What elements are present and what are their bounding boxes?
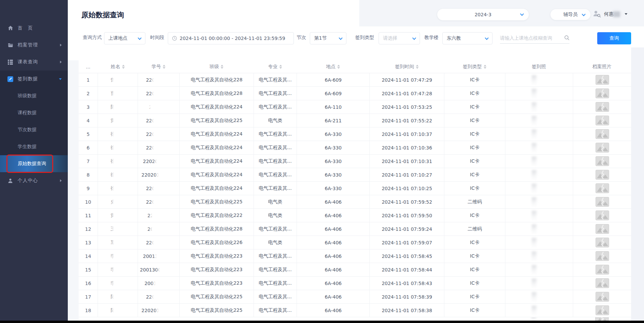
sign-photo-cell[interactable] xyxy=(505,141,573,154)
sidebar-subitem-course-data[interactable]: 课程数据 xyxy=(0,104,68,121)
class-cell: 电气工程及其自动化226 xyxy=(179,236,254,249)
sign-photo-cell[interactable] xyxy=(505,209,573,222)
sort-icon[interactable] xyxy=(337,65,340,69)
archive-photo-cell[interactable] xyxy=(573,222,631,236)
location-cell: 6A-110 xyxy=(297,100,369,114)
redacted-text xyxy=(154,199,171,205)
redacted-text xyxy=(154,145,171,150)
column-header-student-id[interactable]: 学号 xyxy=(138,64,179,70)
semester-select[interactable]: 2024-3 xyxy=(437,9,529,20)
class-cell: 电气工程及其自动化225 xyxy=(179,290,254,303)
sign-photo-cell[interactable] xyxy=(505,195,573,208)
time-range-input[interactable]: 2024-11-01 00:00:00 - 2024-11-01 23:59:5… xyxy=(168,32,294,44)
archive-photo-cell[interactable] xyxy=(573,249,631,263)
role-select[interactable]: 辅导员 xyxy=(550,9,590,20)
sidebar-item-label: 档案管理 xyxy=(18,42,60,48)
name-cell: 陈 xyxy=(98,100,138,114)
sort-icon[interactable] xyxy=(122,65,125,69)
sidebar-subitem-raw-data-query[interactable]: 原始数据查询 xyxy=(0,155,68,172)
archive-photo-cell[interactable] xyxy=(573,73,631,86)
sign-photo-cell[interactable] xyxy=(505,127,573,141)
right-gutter xyxy=(631,47,644,321)
column-header-class[interactable]: 班级 xyxy=(179,64,254,70)
archive-photo-cell[interactable] xyxy=(573,236,631,249)
archive-photo-cell[interactable] xyxy=(573,290,631,303)
user-search-icon xyxy=(592,9,601,19)
archive-photo-cell[interactable] xyxy=(573,168,631,181)
column-header-location[interactable]: 地点 xyxy=(297,64,369,70)
archive-photo-cell[interactable] xyxy=(573,304,631,317)
column-header-sign-time[interactable]: 签到时间 xyxy=(369,64,444,70)
sort-icon[interactable] xyxy=(279,65,282,69)
sign-photo-cell[interactable] xyxy=(505,73,573,86)
chevron-down-icon xyxy=(485,36,488,40)
sign-photo-cell[interactable] xyxy=(505,249,573,263)
redacted-text xyxy=(152,213,170,218)
query-button[interactable]: 查询 xyxy=(597,32,631,44)
sort-icon[interactable] xyxy=(416,65,419,69)
building-select[interactable]: 东六教 xyxy=(442,32,492,44)
sign-photo-cell[interactable] xyxy=(505,168,573,181)
redacted-text xyxy=(158,172,176,178)
sign-photo-cell[interactable] xyxy=(505,277,573,290)
location-cell: 6A-406 xyxy=(297,304,369,317)
class-cell: 电气工程及其自动化225 xyxy=(179,304,254,317)
archive-photo-cell[interactable] xyxy=(573,277,631,290)
sign-photo-cell[interactable] xyxy=(505,182,573,195)
sidebar-item-archives[interactable]: 档案管理 xyxy=(0,37,68,54)
sign-photo-cell[interactable] xyxy=(505,114,573,127)
sign-photo-cell[interactable] xyxy=(505,222,573,236)
location-cell: 6A-609 xyxy=(297,87,369,100)
sidebar-item-home[interactable]: 首 页 xyxy=(0,20,68,37)
sidebar-item-timetable[interactable]: 课表查询 xyxy=(0,54,68,70)
major-cell: 电气工程及其... xyxy=(254,100,297,114)
sign-photo-cell[interactable] xyxy=(505,236,573,249)
archive-photo-cell[interactable] xyxy=(573,100,631,114)
class-cell: 电气工程及其自动化224 xyxy=(179,155,254,168)
chevron-down-icon xyxy=(339,36,342,40)
archive-photo-cell[interactable] xyxy=(573,209,631,222)
archive-photo-cell[interactable] xyxy=(573,195,631,208)
archive-photo-cell[interactable] xyxy=(573,155,631,168)
sidebar-item-label: 签到数据 xyxy=(18,76,59,82)
archive-photo-cell[interactable] xyxy=(573,182,631,195)
column-header-major[interactable]: 专业 xyxy=(254,64,297,70)
sign-photo-cell[interactable] xyxy=(505,155,573,168)
sidebar-item-signin-data[interactable]: 签到数据 xyxy=(0,70,68,87)
search-icon[interactable] xyxy=(564,35,569,40)
table-row: 7 徐 22020 电气工程及其自动化224 电气工程及其... 6A-330 … xyxy=(79,155,631,168)
sidebar-subitem-period-data[interactable]: 节次数据 xyxy=(0,121,68,138)
sign-photo-cell[interactable] xyxy=(505,87,573,100)
archive-photo-cell[interactable] xyxy=(573,87,631,100)
class-cell: 电气工程及其自动化228 xyxy=(179,87,254,100)
column-header-sign-type[interactable]: 签到类型 xyxy=(444,64,505,70)
sort-icon[interactable] xyxy=(221,65,223,69)
sign-photo-cell[interactable] xyxy=(505,290,573,303)
sign-photo-cell[interactable] xyxy=(505,304,573,317)
student-id-cell: 22 xyxy=(138,209,179,222)
archive-photo-cell[interactable] xyxy=(573,127,631,141)
sort-icon[interactable] xyxy=(163,65,165,69)
sign-photo-cell[interactable] xyxy=(505,100,573,114)
sidebar-subitem-student-data[interactable]: 学生数据 xyxy=(0,138,68,155)
location-search-input[interactable] xyxy=(500,35,564,41)
class-cell: 电气工程及其自动化223 xyxy=(179,263,254,276)
archive-photo-cell[interactable] xyxy=(573,141,631,154)
redacted-text xyxy=(114,118,125,123)
sort-icon[interactable] xyxy=(484,65,486,69)
table-header-row: ... 姓名 学号 班级 专业 地点 签到时间 签到类型 签到照 档案照片 xyxy=(79,60,631,73)
user-menu[interactable]: 何惠 xyxy=(592,9,627,19)
archive-photo-cell[interactable] xyxy=(573,263,631,276)
sidebar-item-personal-center[interactable]: 个人中心 xyxy=(0,172,68,189)
student-id-cell: 220201 xyxy=(138,304,179,317)
sidebar-subitem-class-data[interactable]: 班级数据 xyxy=(0,87,68,104)
column-header-name[interactable]: 姓名 xyxy=(98,64,138,70)
sign-type-select[interactable]: 请选择 xyxy=(379,32,420,44)
archive-photo-cell[interactable] xyxy=(573,114,631,127)
table-row-partial xyxy=(79,317,631,321)
query-mode-select[interactable]: 上课地点 xyxy=(104,32,145,44)
sign-photo-cell[interactable] xyxy=(505,263,573,276)
left-gutter xyxy=(68,60,79,321)
period-select[interactable]: 第1节 xyxy=(310,32,346,44)
archive-photo-cell[interactable] xyxy=(573,317,631,321)
